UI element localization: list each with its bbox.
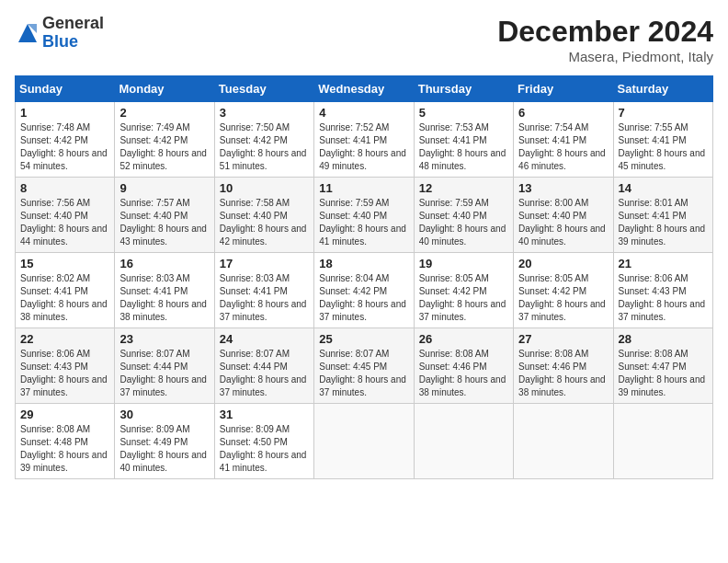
empty-cell	[414, 404, 513, 479]
empty-cell	[613, 404, 712, 479]
day-cell-4: 4Sunrise: 7:52 AMSunset: 4:41 PMDaylight…	[314, 102, 414, 178]
day-info: Sunrise: 8:08 AMSunset: 4:48 PMDaylight:…	[20, 423, 109, 475]
day-number: 23	[119, 332, 209, 346]
day-cell-17: 17Sunrise: 8:03 AMSunset: 4:41 PMDayligh…	[214, 253, 313, 328]
logo-text-blue: Blue	[42, 32, 78, 51]
day-number: 26	[419, 332, 508, 346]
logo: General Blue	[15, 15, 104, 52]
day-number: 22	[20, 332, 109, 346]
logo-text-general: General	[42, 14, 104, 32]
day-number: 8	[20, 181, 109, 195]
day-number: 11	[319, 181, 408, 195]
day-number: 28	[619, 332, 708, 346]
day-cell-18: 18Sunrise: 8:04 AMSunset: 4:42 PMDayligh…	[314, 253, 414, 328]
day-info: Sunrise: 7:55 AMSunset: 4:41 PMDaylight:…	[619, 121, 708, 173]
day-info: Sunrise: 8:04 AMSunset: 4:42 PMDaylight:…	[319, 272, 408, 324]
day-info: Sunrise: 8:03 AMSunset: 4:41 PMDaylight:…	[220, 272, 309, 324]
empty-cell	[514, 404, 613, 479]
weekday-header-thursday: Thursday	[414, 76, 513, 102]
day-cell-20: 20Sunrise: 8:05 AMSunset: 4:42 PMDayligh…	[514, 253, 613, 328]
day-number: 14	[619, 181, 708, 195]
day-number: 4	[319, 106, 408, 120]
day-cell-16: 16Sunrise: 8:03 AMSunset: 4:41 PMDayligh…	[115, 253, 214, 328]
weekday-header-monday: Monday	[115, 76, 214, 102]
logo-icon	[15, 20, 40, 46]
day-cell-14: 14Sunrise: 8:01 AMSunset: 4:41 PMDayligh…	[613, 178, 712, 253]
day-info: Sunrise: 8:01 AMSunset: 4:41 PMDaylight:…	[619, 197, 708, 248]
day-info: Sunrise: 8:08 AMSunset: 4:47 PMDaylight:…	[619, 348, 708, 399]
day-info: Sunrise: 7:56 AMSunset: 4:40 PMDaylight:…	[20, 197, 109, 248]
month-title: December 2024	[497, 15, 713, 49]
day-number: 24	[220, 332, 309, 346]
day-info: Sunrise: 7:58 AMSunset: 4:40 PMDaylight:…	[220, 197, 309, 248]
day-number: 16	[119, 257, 209, 270]
day-number: 17	[220, 257, 309, 270]
weekday-header-saturday: Saturday	[613, 76, 712, 102]
week-row-1: 1Sunrise: 7:48 AMSunset: 4:42 PMDaylight…	[16, 102, 713, 178]
day-number: 6	[518, 106, 608, 120]
week-row-5: 29Sunrise: 8:08 AMSunset: 4:48 PMDayligh…	[16, 404, 713, 479]
day-number: 29	[20, 408, 109, 421]
day-info: Sunrise: 8:06 AMSunset: 4:43 PMDaylight:…	[20, 348, 109, 399]
day-info: Sunrise: 8:09 AMSunset: 4:50 PMDaylight:…	[220, 423, 309, 475]
weekday-header-row: SundayMondayTuesdayWednesdayThursdayFrid…	[16, 76, 713, 102]
day-number: 21	[619, 257, 708, 270]
day-info: Sunrise: 7:49 AMSunset: 4:42 PMDaylight:…	[119, 121, 209, 173]
day-info: Sunrise: 8:05 AMSunset: 4:42 PMDaylight:…	[518, 272, 608, 324]
day-info: Sunrise: 7:54 AMSunset: 4:41 PMDaylight:…	[518, 121, 608, 173]
day-number: 1	[20, 106, 109, 120]
day-cell-5: 5Sunrise: 7:53 AMSunset: 4:41 PMDaylight…	[414, 102, 513, 178]
weekday-header-wednesday: Wednesday	[314, 76, 414, 102]
day-cell-27: 27Sunrise: 8:08 AMSunset: 4:46 PMDayligh…	[514, 328, 613, 404]
weekday-header-friday: Friday	[514, 76, 613, 102]
day-info: Sunrise: 8:08 AMSunset: 4:46 PMDaylight:…	[419, 348, 508, 399]
day-cell-23: 23Sunrise: 8:07 AMSunset: 4:44 PMDayligh…	[115, 328, 214, 404]
calendar-table: SundayMondayTuesdayWednesdayThursdayFrid…	[15, 75, 713, 479]
day-info: Sunrise: 7:52 AMSunset: 4:41 PMDaylight:…	[319, 121, 408, 173]
day-number: 30	[119, 408, 209, 421]
day-info: Sunrise: 7:57 AMSunset: 4:40 PMDaylight:…	[119, 197, 209, 248]
day-cell-22: 22Sunrise: 8:06 AMSunset: 4:43 PMDayligh…	[16, 328, 115, 404]
empty-cell	[314, 404, 414, 479]
day-number: 5	[419, 106, 508, 120]
day-cell-31: 31Sunrise: 8:09 AMSunset: 4:50 PMDayligh…	[214, 404, 313, 479]
day-number: 13	[518, 181, 608, 195]
day-cell-7: 7Sunrise: 7:55 AMSunset: 4:41 PMDaylight…	[613, 102, 712, 178]
day-cell-6: 6Sunrise: 7:54 AMSunset: 4:41 PMDaylight…	[514, 102, 613, 178]
day-number: 12	[419, 181, 508, 195]
day-number: 20	[518, 257, 608, 270]
day-info: Sunrise: 8:00 AMSunset: 4:40 PMDaylight:…	[518, 197, 608, 248]
day-number: 10	[220, 181, 309, 195]
day-info: Sunrise: 8:09 AMSunset: 4:49 PMDaylight:…	[119, 423, 209, 475]
day-cell-12: 12Sunrise: 7:59 AMSunset: 4:40 PMDayligh…	[414, 178, 513, 253]
location: Masera, Piedmont, Italy	[497, 49, 713, 64]
day-info: Sunrise: 8:02 AMSunset: 4:41 PMDaylight:…	[20, 272, 109, 324]
day-number: 2	[119, 106, 209, 120]
day-info: Sunrise: 7:53 AMSunset: 4:41 PMDaylight:…	[419, 121, 508, 173]
day-cell-11: 11Sunrise: 7:59 AMSunset: 4:40 PMDayligh…	[314, 178, 414, 253]
day-info: Sunrise: 8:08 AMSunset: 4:46 PMDaylight:…	[518, 348, 608, 399]
day-info: Sunrise: 8:03 AMSunset: 4:41 PMDaylight:…	[119, 272, 209, 324]
day-number: 18	[319, 257, 408, 270]
day-info: Sunrise: 8:07 AMSunset: 4:44 PMDaylight:…	[220, 348, 309, 399]
week-row-3: 15Sunrise: 8:02 AMSunset: 4:41 PMDayligh…	[16, 253, 713, 328]
day-info: Sunrise: 7:59 AMSunset: 4:40 PMDaylight:…	[319, 197, 408, 248]
day-info: Sunrise: 7:48 AMSunset: 4:42 PMDaylight:…	[20, 121, 109, 173]
day-cell-28: 28Sunrise: 8:08 AMSunset: 4:47 PMDayligh…	[613, 328, 712, 404]
day-cell-24: 24Sunrise: 8:07 AMSunset: 4:44 PMDayligh…	[214, 328, 313, 404]
day-info: Sunrise: 8:07 AMSunset: 4:45 PMDaylight:…	[319, 348, 408, 399]
day-info: Sunrise: 8:05 AMSunset: 4:42 PMDaylight:…	[419, 272, 508, 324]
day-cell-10: 10Sunrise: 7:58 AMSunset: 4:40 PMDayligh…	[214, 178, 313, 253]
day-info: Sunrise: 7:59 AMSunset: 4:40 PMDaylight:…	[419, 197, 508, 248]
day-cell-21: 21Sunrise: 8:06 AMSunset: 4:43 PMDayligh…	[613, 253, 712, 328]
day-cell-15: 15Sunrise: 8:02 AMSunset: 4:41 PMDayligh…	[16, 253, 115, 328]
day-cell-30: 30Sunrise: 8:09 AMSunset: 4:49 PMDayligh…	[115, 404, 214, 479]
day-cell-3: 3Sunrise: 7:50 AMSunset: 4:42 PMDaylight…	[214, 102, 313, 178]
week-row-4: 22Sunrise: 8:06 AMSunset: 4:43 PMDayligh…	[16, 328, 713, 404]
day-cell-25: 25Sunrise: 8:07 AMSunset: 4:45 PMDayligh…	[314, 328, 414, 404]
day-cell-29: 29Sunrise: 8:08 AMSunset: 4:48 PMDayligh…	[16, 404, 115, 479]
title-block: December 2024 Masera, Piedmont, Italy	[497, 15, 713, 64]
day-info: Sunrise: 8:06 AMSunset: 4:43 PMDaylight:…	[619, 272, 708, 324]
day-info: Sunrise: 7:50 AMSunset: 4:42 PMDaylight:…	[220, 121, 309, 173]
day-number: 7	[619, 106, 708, 120]
